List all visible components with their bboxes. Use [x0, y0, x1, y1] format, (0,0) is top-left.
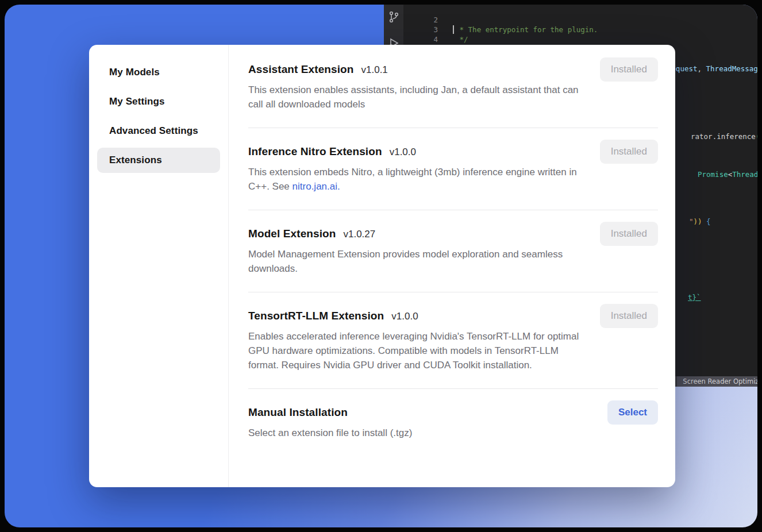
installed-button[interactable]: Installed	[600, 222, 658, 246]
settings-modal: My Models My Settings Advanced Settings …	[89, 45, 675, 487]
extension-title: TensortRT-LLM Extension	[248, 310, 384, 322]
extensions-list: Assistant Extension v1.0.1 This extensio…	[229, 45, 675, 487]
source-control-icon[interactable]	[387, 10, 401, 24]
desktop-scene: 2 * The entrypoint for the plugin. 3 */ …	[5, 5, 757, 527]
text-cursor	[453, 25, 454, 34]
nitro-jan-ai-link[interactable]: nitro.jan.ai.	[293, 181, 340, 192]
select-file-button[interactable]: Select	[607, 400, 658, 425]
extension-description: This extension enables assistants, inclu…	[248, 83, 584, 111]
extension-title: Manual Installation	[248, 406, 348, 419]
code-line: 4	[403, 25, 757, 34]
screen-reader-status[interactable]: Screen Reader Optimized	[677, 376, 757, 387]
code-line: 2 * The entrypoint for the plugin.	[403, 5, 757, 15]
extension-version: v1.0.0	[391, 311, 418, 322]
extension-row-manual-installation: Manual Installation Select an extension …	[248, 389, 658, 456]
settings-sidebar: My Models My Settings Advanced Settings …	[89, 45, 229, 487]
installed-button[interactable]: Installed	[600, 140, 658, 164]
extension-title: Inference Nitro Extension	[248, 145, 382, 158]
extension-row-model: Model Extension v1.0.27 Model Management…	[248, 210, 658, 292]
extension-row-tensorrt: TensortRT-LLM Extension v1.0.0 Enables a…	[248, 292, 658, 389]
sidebar-item-my-settings[interactable]: My Settings	[97, 89, 220, 114]
extension-description: Select an extension file to install (.tg…	[248, 426, 584, 440]
extension-version: v1.0.1	[361, 64, 388, 76]
extension-row-nitro: Inference Nitro Extension v1.0.0 This ex…	[248, 128, 658, 210]
sidebar-item-advanced-settings[interactable]: Advanced Settings	[97, 118, 220, 144]
code-fragment: rator.inference(data));	[691, 132, 757, 141]
installed-button[interactable]: Installed	[600, 57, 658, 82]
code-line: 5 // Web / extension runtime	[403, 34, 757, 44]
extension-title: Model Extension	[248, 228, 336, 240]
code-fragment: Promise<ThreadMessage>	[698, 170, 757, 179]
extension-description: This extension embeds Nitro, a lightweig…	[248, 165, 584, 194]
code-fragment: ")) {	[689, 217, 711, 226]
extension-version: v1.0.27	[343, 229, 375, 240]
extension-description: Model Management Extension provides mode…	[248, 247, 584, 276]
code-line: 3 */	[403, 15, 757, 25]
extension-title: Assistant Extension	[248, 63, 354, 76]
extension-row-assistant: Assistant Extension v1.0.1 This extensio…	[248, 63, 658, 128]
extension-description: Enables accelerated inference leveraging…	[248, 329, 584, 372]
sidebar-item-extensions[interactable]: Extensions	[97, 148, 220, 173]
sidebar-item-my-models[interactable]: My Models	[97, 60, 220, 85]
code-fragment: t}`	[688, 293, 701, 302]
installed-button[interactable]: Installed	[600, 304, 658, 328]
extension-version: v1.0.0	[390, 147, 416, 158]
